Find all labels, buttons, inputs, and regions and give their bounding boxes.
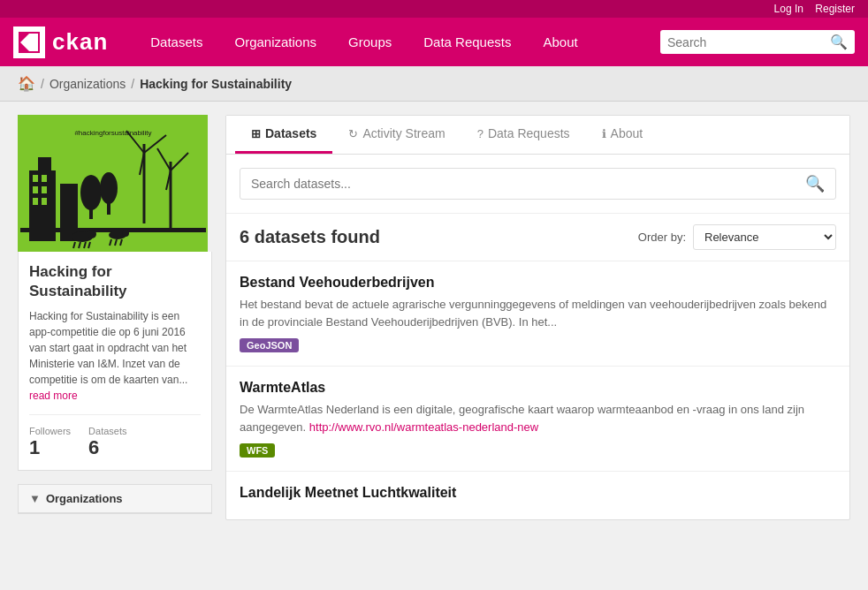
svg-point-27 [88, 230, 96, 238]
svg-rect-11 [33, 198, 38, 205]
logo-text: ckan [52, 28, 108, 56]
tab-data-requests[interactable]: ? Data Requests [461, 116, 586, 154]
svg-point-13 [80, 175, 102, 210]
dataset-title-3[interactable]: Landelijk Meetnet Luchtkwaliteit [240, 485, 836, 501]
logo-icon [13, 26, 45, 58]
nav-organizations[interactable]: Organizations [218, 18, 332, 66]
svg-rect-16 [107, 201, 110, 215]
datasets-count: 6 [88, 436, 99, 458]
breadcrumb-organizations[interactable]: Organizations [49, 77, 126, 91]
dataset-search-icon: 🔍 [805, 174, 825, 193]
dataset-item: Landelijk Meetnet Luchtkwaliteit [226, 472, 849, 519]
org-description: Hacking for Sustainability is een app-co… [29, 308, 201, 404]
datasets-found: 6 datasets found [240, 227, 380, 247]
nav-links: Datasets Organizations Groups Data Reque… [134, 18, 660, 66]
nav-data-requests[interactable]: Data Requests [407, 18, 527, 66]
tab-activity-stream[interactable]: ↻ Activity Stream [332, 116, 461, 154]
org-image: #hackingforsustainability [18, 115, 208, 252]
order-by-label: Order by: [638, 231, 686, 244]
content-area: ⊞ Datasets ↻ Activity Stream ? Data Requ… [225, 115, 850, 520]
tab-activity-label: Activity Stream [362, 126, 445, 140]
svg-text:#hackingforsustainability: #hackingforsustainability [74, 129, 151, 137]
tabs: ⊞ Datasets ↻ Activity Stream ? Data Requ… [226, 116, 849, 155]
dataset-search-box: 🔍 [240, 168, 836, 200]
badge-geojson-1: GeoJSON [240, 338, 299, 352]
home-icon[interactable]: 🏠 [18, 75, 35, 92]
breadcrumb-sep2: / [131, 77, 134, 91]
nav-search-box: 🔍 [660, 30, 855, 54]
svg-point-15 [100, 172, 118, 204]
dataset-title-2[interactable]: WarmteAtlas [240, 380, 836, 396]
breadcrumb: 🏠 / Organizations / Hacking for Sustaina… [0, 66, 868, 102]
about-tab-icon: ℹ [602, 127, 606, 140]
dataset-item: WarmteAtlas De WarmteAtlas Nederland is … [226, 367, 849, 472]
svg-point-33 [122, 230, 129, 237]
order-select[interactable]: Relevance Name Ascending Name Descending… [693, 224, 836, 250]
svg-rect-6 [38, 157, 51, 175]
register-link[interactable]: Register [815, 3, 855, 15]
activity-tab-icon: ↻ [348, 127, 358, 140]
nav-groups[interactable]: Groups [332, 18, 407, 66]
sidebar-organizations-section: ▼ Organizations [18, 484, 212, 514]
svg-rect-7 [33, 175, 38, 182]
org-stats: Followers 1 Datasets 6 [29, 414, 201, 459]
nav-datasets[interactable]: Datasets [134, 18, 218, 66]
tab-datasets[interactable]: ⊞ Datasets [235, 116, 332, 154]
followers-stat: Followers 1 [29, 426, 71, 459]
dataset-list-header: 6 datasets found Order by: Relevance Nam… [226, 214, 849, 261]
tab-datasets-label: Datasets [265, 126, 316, 140]
sidebar: #hackingforsustainability Hacking for Su… [18, 115, 212, 520]
svg-rect-8 [42, 175, 47, 182]
dataset-desc-1: Het bestand bevat de actuele agrarische … [240, 296, 836, 330]
breadcrumb-sep1: / [41, 77, 44, 91]
main-nav: ckan Datasets Organizations Groups Data … [0, 18, 868, 66]
filter-icon: ▼ [29, 492, 41, 505]
tab-about[interactable]: ℹ About [586, 116, 659, 154]
sidebar-section-header: ▼ Organizations [19, 485, 211, 513]
org-name: Hacking for Sustainability [29, 262, 201, 301]
nav-about[interactable]: About [527, 18, 593, 66]
badge-wfs-2: WFS [240, 443, 275, 458]
auth-bar: Log In Register [0, 0, 868, 18]
svg-rect-12 [42, 198, 47, 205]
dataset-search-input[interactable] [251, 177, 805, 191]
svg-rect-5 [60, 184, 78, 241]
warmte-link[interactable]: http://www.rvo.nl/warmteatlas-nederland-… [309, 420, 538, 434]
order-by-area: Order by: Relevance Name Ascending Name … [638, 224, 836, 250]
svg-rect-14 [89, 206, 93, 219]
sidebar-section-label: Organizations [46, 492, 123, 505]
followers-label: Followers [29, 426, 71, 436]
log-in-link[interactable]: Log In [774, 3, 803, 15]
data-requests-tab-icon: ? [477, 127, 483, 140]
datasets-stat: Datasets 6 [88, 426, 126, 459]
nav-search-input[interactable] [667, 35, 830, 49]
datasets-label: Datasets [88, 426, 126, 436]
tab-about-label: About [611, 126, 643, 140]
svg-rect-10 [42, 186, 47, 193]
dataset-desc-2: De WarmteAtlas Nederland is een digitale… [240, 401, 836, 435]
read-more-link[interactable]: read more [29, 390, 78, 402]
nav-search-icon: 🔍 [830, 34, 848, 50]
dataset-title-1[interactable]: Bestand Veehouderbedrijven [240, 275, 836, 291]
dataset-search: 🔍 [226, 155, 849, 214]
org-info: Hacking for Sustainability Hacking for S… [18, 252, 212, 471]
breadcrumb-current: Hacking for Sustainability [140, 77, 292, 91]
dataset-item: Bestand Veehouderbedrijven Het bestand b… [226, 261, 849, 367]
logo-area: ckan [13, 26, 108, 58]
svg-rect-9 [33, 186, 38, 193]
main-container: #hackingforsustainability Hacking for Su… [0, 102, 868, 533]
datasets-tab-icon: ⊞ [251, 127, 261, 140]
followers-count: 1 [29, 436, 40, 458]
tab-data-requests-label: Data Requests [488, 126, 570, 140]
svg-rect-2 [29, 34, 38, 51]
